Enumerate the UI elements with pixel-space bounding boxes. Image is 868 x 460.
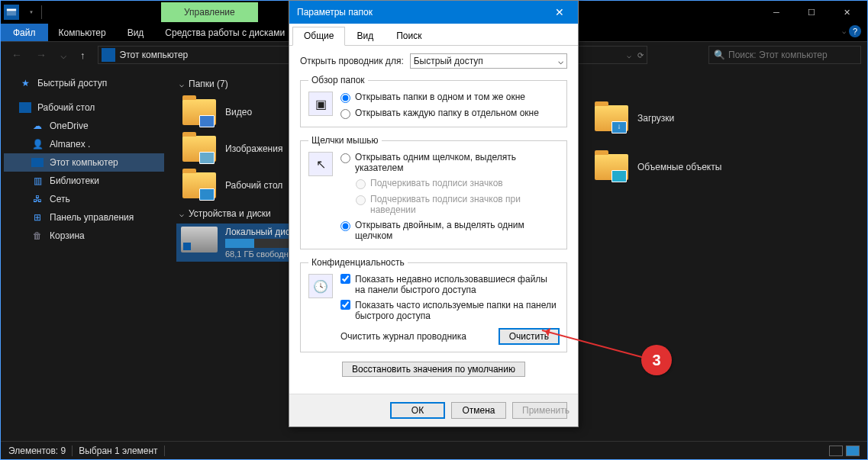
- tab-search[interactable]: Поиск: [385, 27, 433, 45]
- menu-disk-tools[interactable]: Средства работы с дисками: [154, 24, 295, 41]
- folder-icon: [181, 97, 218, 127]
- maximize-button[interactable]: ☐: [794, 1, 829, 24]
- radio-same-window[interactable]: Открывать папки в одном и том же окне: [340, 92, 539, 103]
- tab-general[interactable]: Общие: [292, 27, 345, 46]
- svg-rect-1: [7, 9, 16, 11]
- sidebar-libraries[interactable]: ▥Библиотеки: [4, 172, 164, 190]
- sidebar-recycle-bin[interactable]: 🗑Корзина: [4, 227, 164, 245]
- cancel-button[interactable]: Отмена: [451, 402, 506, 419]
- app-icon: [4, 5, 19, 20]
- checkbox-input[interactable]: [340, 300, 350, 310]
- sidebar-onedrive[interactable]: ☁OneDrive: [4, 117, 164, 135]
- sidebar-desktop[interactable]: Рабочий стол: [4, 98, 164, 117]
- search-icon: 🔍: [714, 50, 725, 60]
- tab-view[interactable]: Вид: [345, 27, 385, 45]
- ribbon-tab-manage[interactable]: Управление: [161, 2, 258, 22]
- radio-double-click[interactable]: Открывать двойным, а выделять одним щелч…: [340, 220, 559, 241]
- fieldset-legend: Обзор папок: [308, 75, 368, 85]
- view-details-icon[interactable]: [829, 446, 843, 456]
- quick-access-toolbar[interactable]: [24, 8, 37, 16]
- folder-label: Загрузки: [637, 113, 674, 124]
- fieldset-legend: Щелчки мышью: [308, 135, 382, 146]
- menu-file[interactable]: Файл: [1, 24, 48, 41]
- sidebar-item-label: Almanex .: [50, 139, 90, 150]
- control-panel-icon: ⊞: [31, 211, 44, 224]
- separator: [164, 446, 165, 456]
- refresh-icon[interactable]: ⟳: [637, 51, 644, 60]
- libraries-icon: ▥: [31, 175, 44, 187]
- sidebar-item-label: OneDrive: [50, 121, 89, 131]
- dialog-tabs: Общие Вид Поиск: [289, 24, 578, 46]
- folder-label: Объемные объекты: [637, 162, 721, 172]
- ribbon-expand-icon[interactable]: ⌵: [842, 27, 846, 35]
- folder-3d-objects[interactable]: Объемные объекты: [589, 149, 787, 185]
- view-tiles-icon[interactable]: [846, 446, 860, 456]
- folder-label: Рабочий стол: [225, 180, 282, 191]
- nav-up-icon[interactable]: ↑: [76, 47, 90, 64]
- radio-label: Открывать папки в одном и том же окне: [355, 92, 525, 102]
- checkbox-input[interactable]: [340, 274, 350, 284]
- sidebar-user[interactable]: 👤Almanex .: [4, 135, 164, 153]
- help-icon[interactable]: ?: [849, 25, 861, 37]
- fieldset-legend: Конфиденциальность: [308, 257, 408, 268]
- restore-defaults-button[interactable]: Восстановить значения по умолчанию: [342, 362, 525, 377]
- status-element-count: Элементов: 9: [8, 446, 66, 456]
- nav-history-icon[interactable]: ⌵: [56, 46, 71, 64]
- ok-button[interactable]: ОК: [390, 402, 445, 419]
- sidebar-item-label: Библиотеки: [50, 175, 99, 186]
- dialog-close-icon[interactable]: ✕: [549, 6, 570, 18]
- folder-label: Изображения: [225, 143, 282, 154]
- radio-underline-icons: Подчеркивать подписи значков: [356, 178, 559, 189]
- statusbar: Элементов: 9 Выбран 1 элемент: [1, 441, 867, 459]
- radio-input[interactable]: [340, 109, 350, 119]
- menu-view[interactable]: Вид: [117, 24, 155, 41]
- nav-forward-icon[interactable]: →: [31, 46, 51, 64]
- sidebar-item-label: Рабочий стол: [37, 102, 95, 113]
- minimize-button[interactable]: ─: [759, 1, 794, 24]
- radio-input[interactable]: [340, 221, 350, 231]
- folder-downloads[interactable]: ↓Загрузки: [589, 100, 787, 137]
- close-button[interactable]: ✕: [829, 1, 864, 24]
- check-recent-files[interactable]: Показать недавно использовавшиеся файлы …: [340, 274, 559, 295]
- clear-button[interactable]: Очистить: [499, 329, 559, 344]
- radio-input: [356, 195, 366, 205]
- radio-label: Открывать каждую папку в отдельном окне: [355, 108, 539, 118]
- sidebar-network[interactable]: 🖧Сеть: [4, 190, 164, 208]
- radio-label: Подчеркивать подписи значков при наведен…: [370, 194, 559, 215]
- chevron-down-icon: ⌵: [558, 56, 563, 66]
- address-dropdown-icon[interactable]: ⌵: [627, 51, 631, 60]
- check-frequent-folders[interactable]: Показать часто используемые папки на пан…: [340, 300, 559, 321]
- sidebar-item-label: Сеть: [50, 194, 70, 204]
- folder-icon: [181, 133, 218, 164]
- drive-icon: [181, 227, 218, 253]
- folder-options-dialog: Параметры папок ✕ Общие Вид Поиск Открыт…: [289, 0, 579, 427]
- dialog-title: Параметры папок: [297, 7, 373, 18]
- radio-input[interactable]: [340, 153, 350, 163]
- radio-label: Открывать одним щелчком, выделять указат…: [355, 152, 559, 173]
- sidebar-this-pc[interactable]: Этот компьютер: [4, 153, 164, 172]
- desktop-icon: [19, 101, 31, 114]
- radio-label: Открывать двойным, а выделять одним щелч…: [355, 220, 559, 241]
- separator: [72, 446, 73, 456]
- folder-icon: ↓: [593, 103, 630, 133]
- star-icon: ★: [19, 77, 31, 89]
- open-explorer-select[interactable]: Быстрый доступ⌵: [410, 53, 567, 69]
- sidebar-quick-access[interactable]: ★Быстрый доступ: [4, 74, 164, 92]
- search-input[interactable]: [728, 50, 856, 60]
- user-icon: 👤: [31, 138, 44, 150]
- dialog-titlebar[interactable]: Параметры папок ✕: [289, 1, 578, 24]
- radio-new-window[interactable]: Открывать каждую папку в отдельном окне: [340, 108, 539, 119]
- fieldset-privacy: Конфиденциальность 🕓 Показать недавно ис…: [300, 257, 567, 352]
- sidebar-control-panel[interactable]: ⊞Панель управления: [4, 208, 164, 227]
- nav-back-icon[interactable]: ←: [7, 46, 27, 64]
- radio-input[interactable]: [340, 93, 350, 103]
- sidebar-item-label: Этот компьютер: [50, 157, 118, 168]
- select-value: Быстрый доступ: [414, 56, 483, 66]
- apply-button[interactable]: Применить: [512, 402, 567, 419]
- menu-computer[interactable]: Компьютер: [48, 24, 117, 41]
- privacy-icon: 🕓: [308, 274, 333, 298]
- check-label: Показать недавно использовавшиеся файлы …: [355, 274, 559, 295]
- radio-single-click[interactable]: Открывать одним щелчком, выделять указат…: [340, 152, 559, 173]
- search-box[interactable]: 🔍: [708, 46, 861, 64]
- sidebar: ★Быстрый доступ Рабочий стол ☁OneDrive 👤…: [1, 68, 167, 441]
